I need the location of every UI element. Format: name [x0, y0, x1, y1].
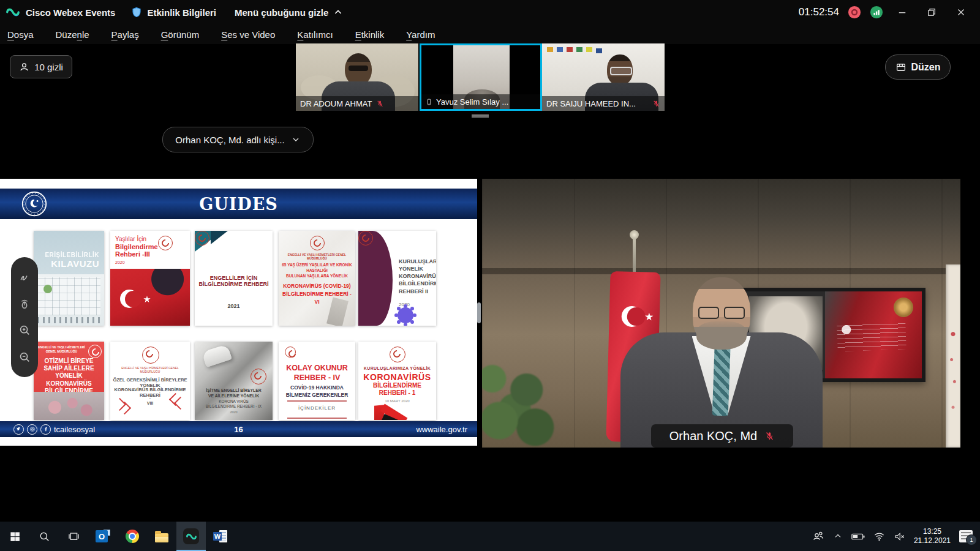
speaker-eyeglasses [697, 307, 746, 319]
title-bar: Cisco Webex Events Etkinlik Bilgileri Me… [0, 0, 980, 24]
restore-button[interactable] [921, 4, 942, 21]
filmstrip-drag-handle[interactable] [472, 114, 489, 119]
battery-icon[interactable] [851, 533, 865, 541]
recording-indicator-icon[interactable] [848, 6, 861, 19]
guide-cover-kuruluslar-2: KURULUŞLARIMIZA YÖNELİK KORONAVİRÜS BİLG… [358, 231, 436, 326]
webex-logo-icon [6, 6, 20, 19]
outlook-taskbar-icon[interactable]: O [88, 522, 118, 551]
participant-figure [345, 53, 372, 85]
phone-device-icon [426, 97, 432, 107]
action-center-icon[interactable]: 1 [959, 530, 973, 542]
layout-button[interactable]: Düzen [885, 54, 951, 80]
menu-paylas[interactable]: Paylaş [111, 29, 139, 40]
participants-icon [19, 62, 29, 72]
participant-name: DR SAIJU HAMEED IN... [546, 99, 649, 108]
minimize-button[interactable] [892, 4, 913, 21]
laser-pointer-icon[interactable] [18, 297, 31, 310]
guide-cover-kolay-okunur: KOLAY OKUNUR REHBER - IV COVİD-19 HAKKIN… [279, 342, 355, 420]
menu-bar: Dosya Düzenle Paylaş Görünüm Ses ve Vide… [0, 24, 980, 44]
chrome-taskbar-icon[interactable] [118, 522, 147, 551]
ministry-logo-icon [195, 231, 209, 246]
taskbar-search-button[interactable] [29, 522, 59, 551]
start-button[interactable] [0, 522, 29, 551]
slide-title: GUIDES [0, 195, 477, 214]
chevron-up-icon [333, 7, 343, 17]
side-banner [946, 264, 960, 448]
tray-time: 13:25 [914, 527, 951, 536]
shared-presentation: GUIDES ERİŞİLEBİLİRLİK KILAVUZU Yaşlılar… [0, 179, 477, 446]
pane-divider-scrollbar[interactable] [477, 302, 481, 323]
ministry-logo-icon [158, 236, 173, 250]
layout-grid-icon [895, 62, 907, 73]
hearing-aid-photo [202, 344, 232, 367]
slide-header-bar: GUIDES [0, 189, 477, 219]
plant [482, 343, 559, 448]
floor-plan-graphic [37, 277, 100, 315]
event-info-button[interactable]: Etkinlik Bilgileri [147, 7, 216, 18]
divider-line [287, 400, 347, 402]
mic-muted-icon [376, 99, 384, 108]
annotate-pen-icon[interactable] [18, 270, 31, 283]
menu-katilimci[interactable]: Katılımcı [297, 29, 333, 40]
eyeglasses [610, 67, 632, 75]
tray-clock[interactable]: 13:25 21.12.2021 [914, 527, 951, 545]
people-tray-icon[interactable] [812, 530, 824, 542]
close-button[interactable] [951, 4, 971, 21]
ministry-logo-icon [390, 347, 405, 362]
webex-window: Cisco Webex Events Etkinlik Bilgileri Me… [0, 0, 980, 551]
meeting-timer: 01:52:54 [799, 6, 839, 18]
hidden-participants-button[interactable]: 10 gizli [10, 55, 72, 78]
virus-icon [398, 307, 413, 323]
speaker-beard [696, 321, 747, 350]
speaker-name: Orhan KOÇ, Md [669, 429, 757, 443]
participant-name-bar: Yavuz Selim Sılay ... [421, 94, 540, 109]
menu-yardim[interactable]: Yardım [406, 29, 435, 40]
volume-muted-icon[interactable] [894, 531, 905, 542]
menu-ses-ve-video[interactable]: Ses ve Video [221, 29, 275, 40]
script-text-artwork [837, 322, 906, 351]
webex-taskbar-icon-active[interactable] [176, 522, 206, 551]
guide-cover-erisilebilirlik: ERİŞİLEBİLİRLİK KILAVUZU [34, 231, 104, 326]
connection-quality-icon[interactable] [870, 6, 883, 19]
task-view-button[interactable] [59, 522, 88, 551]
speaker-name-bar: Orhan KOÇ, Md [651, 424, 793, 448]
main-speaker-video[interactable]: Orhan KOÇ, Md [482, 179, 960, 448]
participant-video-dr-saiju-hameed[interactable]: DR SAIJU HAMEED IN... [542, 43, 665, 111]
menu-duzenle[interactable]: Düzenle [56, 29, 89, 40]
word-taskbar-icon[interactable]: W [206, 522, 235, 551]
hide-menu-button[interactable]: Menü çubuğunu gizle [235, 7, 343, 18]
event-info-shield-icon [131, 7, 142, 18]
guide-cover-otizmli: ENGELLİ VE YAŞLI HİZMETLERİ GENEL MÜDÜRL… [34, 342, 104, 420]
tray-expand-chevron-icon[interactable] [833, 531, 843, 541]
ministry-emblem-icon [21, 190, 48, 217]
slide-footer-bar: 16 tcailesosyal wwwaile.gov.tr [0, 421, 477, 437]
zoom-out-icon[interactable] [18, 351, 31, 364]
ministry-logo-icon [310, 236, 325, 250]
website-url: wwwaile.gov.tr [416, 425, 467, 434]
participant-figure [607, 54, 633, 85]
menu-gorunum[interactable]: Görünüm [161, 29, 200, 40]
participant-video-yavuz-selim-silay-active[interactable]: Yavuz Selim Sılay ... [420, 43, 542, 111]
notification-count-badge: 1 [966, 534, 977, 545]
speaker-head [693, 277, 750, 348]
participant-name: Yavuz Selim Sılay ... [436, 97, 508, 107]
windows-taskbar: O W [0, 522, 980, 551]
menu-dosya[interactable]: Dosya [7, 29, 34, 40]
participant-name: DR ADOUM AHMAT [300, 99, 372, 108]
figures-strip [37, 317, 100, 323]
ministry-logo-icon [251, 369, 266, 384]
ministry-logo-icon [142, 347, 159, 364]
participant-video-dr-adoum-ahmat[interactable]: DR ADOUM AHMAT [296, 43, 418, 111]
menu-etkinlik[interactable]: Etkinlik [355, 29, 385, 40]
annotation-toolbar [11, 257, 38, 377]
zoom-in-icon[interactable] [18, 324, 31, 337]
speaker-figure [617, 258, 826, 448]
participant-name-bar: DR SAIJU HAMEED IN... [542, 96, 665, 111]
wifi-icon[interactable] [873, 531, 885, 542]
guide-cover-kuruluslar-1: KURULUŞLARIMIZA YÖNELİK KORONAVİRÜS BİLG… [358, 342, 436, 420]
active-speaker-dropdown[interactable]: Orhan KOÇ, Md. adlı kişi... [162, 127, 314, 152]
gold-emblem [894, 298, 913, 317]
file-explorer-taskbar-icon[interactable] [147, 522, 176, 551]
flowers-photo [34, 392, 104, 420]
guide-cover-engelliler: ENGELLİLER İÇİN BİLGİLENDİRME REHBERİ 20… [195, 231, 273, 326]
